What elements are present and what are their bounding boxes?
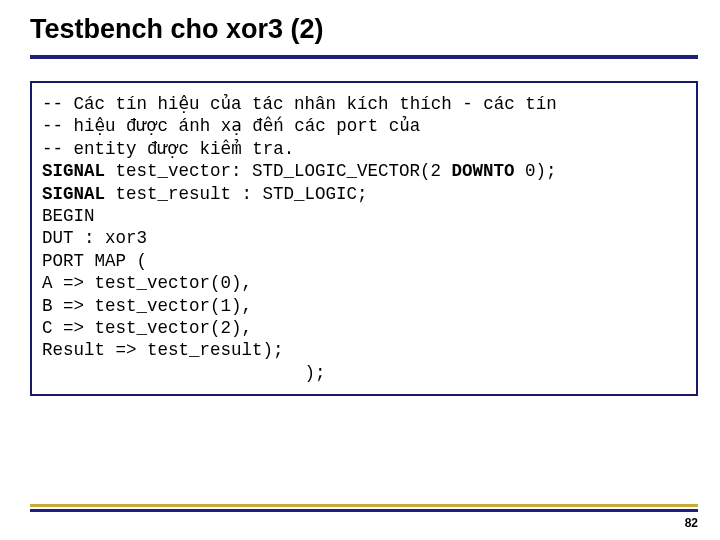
code-line-12: Result => test_result); xyxy=(42,340,284,360)
slide: Testbench cho xor3 (2) -- Các tín hiệu c… xyxy=(0,0,720,540)
code-line-10: B => test_vector(1), xyxy=(42,296,252,316)
code-line-3: -- entity được kiểm tra. xyxy=(42,139,294,159)
code-line-6: BEGIN xyxy=(42,206,95,226)
code-line-8: PORT MAP ( xyxy=(42,251,147,271)
code-line-7: DUT : xor3 xyxy=(42,228,158,248)
code-line-13: ); xyxy=(42,363,326,383)
title-underline xyxy=(30,55,698,59)
footer-rule-navy xyxy=(30,509,698,512)
keyword-signal-2: SIGNAL xyxy=(42,184,105,204)
slide-title: Testbench cho xor3 (2) xyxy=(30,14,698,49)
code-block: -- Các tín hiệu của tác nhân kích thích … xyxy=(30,81,698,396)
code-line-4a: test_vector: STD_LOGIC_VECTOR(2 xyxy=(105,161,452,181)
code-line-1b: - xyxy=(462,94,483,114)
code-line-1a: -- Các tín hiệu của tác nhân kích thích xyxy=(42,94,462,114)
footer-rules xyxy=(30,504,698,512)
code-line-5: test_result : STD_LOGIC; xyxy=(105,184,368,204)
page-number: 82 xyxy=(685,516,698,530)
code-line-2: -- hiệu được ánh xạ đến các port của xyxy=(42,116,431,136)
code-line-4b: 0); xyxy=(515,161,557,181)
keyword-downto: DOWNTO xyxy=(452,161,515,181)
code-line-1c: các tín xyxy=(483,94,557,114)
code-line-11: C => test_vector(2), xyxy=(42,318,252,338)
keyword-signal-1: SIGNAL xyxy=(42,161,105,181)
code-line-9: A => test_vector(0), xyxy=(42,273,252,293)
